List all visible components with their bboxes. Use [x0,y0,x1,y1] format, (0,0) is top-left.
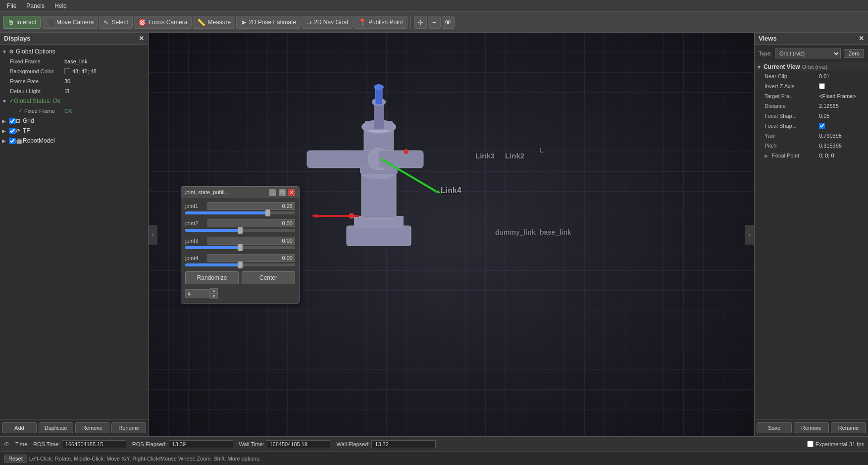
interact-button[interactable]: 🖱 Interact [3,16,41,29]
frame-rate-value[interactable]: 30 [64,78,70,84]
near-clip-value[interactable]: 0.01 [819,73,829,79]
current-view-subtitle: Orbit (rviz) [802,64,827,70]
focal-shape1-value[interactable]: 0.05 [819,113,829,119]
count-spinner[interactable]: ▲ ▼ [210,288,218,299]
fixed-frame-value[interactable]: base_link [64,58,87,64]
joint4-input[interactable] [207,254,295,262]
bottom-buttons-area: Add Duplicate Remove Rename [0,419,148,436]
views-type-select[interactable]: Orbit (rviz) [775,49,841,58]
robot-model-checkbox[interactable] [9,138,16,144]
reset-button[interactable]: Reset [4,455,27,463]
focal-point-row: ▶ Focal Point 0; 0; 0 [755,151,868,160]
grid-checkbox[interactable] [9,118,16,124]
current-view-header[interactable]: ▼ Current View Orbit (rviz) [755,62,868,71]
select-button[interactable]: ↖ Select [99,16,132,29]
main-area: Displays ✕ ▼ ⚙ Global Options Fixed Fram… [0,33,868,436]
minus-button[interactable]: − [428,16,441,29]
views-save-button[interactable]: Save [757,422,792,433]
joint4-slider[interactable] [185,263,295,266]
measure-button[interactable]: 📏 Measure [193,16,235,29]
focal-shape2-checkbox[interactable] [819,123,825,129]
joint-dialog-header[interactable]: joint_state_publi... _ □ ✕ [181,187,299,198]
ros-time-label: ROS Time: [33,441,60,447]
views-remove-button[interactable]: Remove [794,422,829,433]
experimental-checkbox[interactable] [807,441,814,447]
time-icon: ⏱ [4,441,9,447]
distance-row: Distance 2.12565 [755,101,868,111]
panel-close-button[interactable]: ✕ [139,35,144,42]
nav-goal-icon: ⇒ [306,18,312,26]
robot-model-item[interactable]: ▶ 🤖 RobotModel [0,136,148,146]
pitch-value[interactable]: 0.315398 [819,143,842,149]
svg-point-21 [404,149,408,154]
distance-label: Distance [765,103,819,109]
tf-checkbox[interactable] [9,128,16,134]
views-zero-button[interactable]: Zero [844,49,864,58]
add-button[interactable]: Add [2,422,37,433]
grid-item[interactable]: ▶ ⊞ Grid [0,116,148,126]
randomize-button[interactable]: Randomize [185,271,239,284]
focal-shape2-label: Focal Shap... [765,123,819,129]
dialog-minimize-button[interactable]: _ [269,189,276,196]
views-rename-button[interactable]: Rename [831,422,866,433]
menu-file[interactable]: File [2,1,21,10]
joint2-row: joint2 [185,219,295,232]
joint-dialog-title: joint_state_publi... [185,189,229,195]
joint3-input[interactable] [207,237,295,245]
target-frame-value[interactable]: <Fixed Frame> [819,93,856,99]
displays-content[interactable]: ▼ ⚙ Global Options Fixed Frame base_link… [0,45,148,419]
expand-global-options-icon: ▼ [2,49,9,54]
viewport[interactable]: Link3 Link2 L Link4 dummy_link base_link… [149,33,754,436]
dialog-maximize-button[interactable]: □ [279,189,286,196]
link1-label: L [540,147,544,154]
background-color-value: 48; 48; 48 [72,68,97,74]
default-light-label: Default Light [10,88,64,94]
center-button[interactable]: Center [242,271,295,284]
joint2-thumb[interactable] [238,227,243,234]
rename-button[interactable]: Rename [111,422,146,433]
joint3-slider[interactable] [185,246,295,249]
invert-z-checkbox[interactable] [819,83,825,89]
joint1-slider[interactable] [185,211,295,214]
viewport-nav-left[interactable]: ‹ [149,225,157,245]
count-up-button[interactable]: ▲ [210,288,218,294]
tf-item[interactable]: ▶ ⟳ TF [0,126,148,136]
menu-help[interactable]: Help [50,1,72,10]
joint4-header: joint4 [185,254,295,262]
pose-estimate-button[interactable]: ➤ 2D Pose Estimate [236,16,301,29]
distance-value[interactable]: 2.12565 [819,103,839,109]
eye-button[interactable]: 👁 [442,16,455,29]
joint2-input[interactable] [207,219,295,227]
count-down-button[interactable]: ▼ [210,294,218,299]
count-input[interactable] [185,289,210,298]
background-color-row: Background Color 48; 48; 48 [0,66,148,76]
background-color-label: Background Color [10,68,64,74]
wall-time-label: Wall Time: [239,441,264,447]
dialog-close-button[interactable]: ✕ [288,189,295,196]
yaw-value[interactable]: 0.790398 [819,133,842,139]
views-panel-close[interactable]: ✕ [859,35,864,42]
joint3-thumb[interactable] [238,244,243,251]
remove-button[interactable]: Remove [75,422,110,433]
joint1-input[interactable] [207,202,295,210]
measure-icon: 📏 [197,18,205,26]
tf-label: TF [23,127,146,134]
duplicate-button[interactable]: Duplicate [39,422,73,433]
focal-shape2-row: Focal Shap... [755,121,868,131]
viewport-nav-right[interactable]: › [745,225,754,245]
joint1-thumb[interactable] [265,209,270,216]
menu-panels[interactable]: Panels [21,1,50,10]
global-status-item[interactable]: ▼ ✓ Global Status: Ok [0,96,148,106]
default-light-checkbox[interactable]: ☑ [64,88,69,95]
move-camera-button[interactable]: 🎥 Move Camera [42,16,98,29]
global-options-item[interactable]: ▼ ⚙ Global Options [0,47,148,56]
focus-camera-button[interactable]: 🎯 Focus Camera [134,16,192,29]
crosshair-button[interactable]: ✛ [414,16,427,29]
publish-point-button[interactable]: 📍 Publish Point [354,16,408,29]
nav-goal-button[interactable]: ⇒ 2D Nav Goal [302,16,353,29]
expand-tf-icon: ▶ [2,128,9,134]
joint4-thumb[interactable] [238,261,243,268]
background-color-swatch[interactable] [64,68,70,74]
wall-elapsed-field: Wall Elapsed: 13.32 [336,440,436,448]
joint2-slider[interactable] [185,229,295,232]
